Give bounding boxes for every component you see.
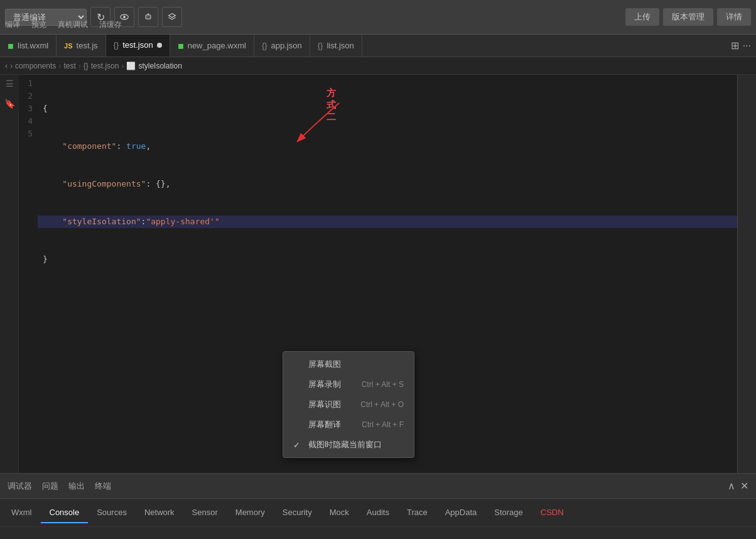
left-gutter: ☰ 🔖 xyxy=(0,75,19,111)
json-icon: {} xyxy=(262,41,267,50)
ctx-ocr[interactable]: 屏幕识图 Ctrl + Alt + O xyxy=(283,395,414,415)
toolbar-labels: 编译 预览 真机调试 清缓存 xyxy=(5,19,122,30)
ctx-record[interactable]: 屏幕录制 Ctrl + Alt + S xyxy=(283,374,414,395)
code-line-5: } xyxy=(38,253,737,266)
bc-icon: ⬜ xyxy=(126,62,136,70)
layers-button[interactable] xyxy=(162,7,182,27)
svg-point-6 xyxy=(148,13,149,14)
tab-app-json[interactable]: {} app.json xyxy=(254,35,310,57)
tab-new-page-wxml[interactable]: ◼ new_page.wxml xyxy=(170,35,254,57)
ctx-hide-window[interactable]: ✓ 截图时隐藏当前窗口 xyxy=(283,435,414,455)
preview-label[interactable]: 预览 xyxy=(31,19,46,30)
tab-label: app.json xyxy=(271,41,302,50)
bc-test: test xyxy=(63,62,75,70)
tab-label: list.json xyxy=(327,41,354,50)
compile-label[interactable]: 编译 xyxy=(5,19,20,30)
bc-components: components xyxy=(15,62,56,70)
layers-icon xyxy=(168,11,176,23)
upload-button[interactable]: 上传 xyxy=(625,8,659,26)
more-tabs-button[interactable]: ··· xyxy=(743,40,751,52)
json-icon: {} xyxy=(114,40,119,50)
main-area: ☰ 🔖 1 2 3 4 5 { "component": true, "usin… xyxy=(0,75,756,501)
split-layout-button[interactable]: ⊞ xyxy=(731,40,739,52)
code-line-3: "usingComponents": {}, xyxy=(38,178,737,190)
tab-test-json[interactable]: {} test.json xyxy=(106,35,170,57)
bc-json-icon: {} xyxy=(84,62,89,70)
robot-button[interactable] xyxy=(138,7,158,27)
tab-test-js[interactable]: JS test.js xyxy=(57,35,105,57)
debug-tabs: Wxml Console Sources Network Sensor Memo… xyxy=(0,499,756,527)
code-line-4: "styleIsolation":"apply-shared'" xyxy=(38,215,737,228)
editor-wrapper: 1 2 3 4 5 { "component": true, "usingCom… xyxy=(19,75,737,501)
tab-memory[interactable]: Memory xyxy=(227,503,274,523)
tab-csdn[interactable]: CSDN xyxy=(532,503,573,523)
left-sidebar: ☰ 🔖 xyxy=(0,75,19,501)
top-toolbar: 普通编译 ↻ 编译 预览 真机调试 xyxy=(0,0,756,35)
code-line-1: { xyxy=(38,102,737,115)
tab-list-json[interactable]: {} list.json xyxy=(310,35,362,57)
bc-styleIsolation: styleIsolation xyxy=(138,62,181,70)
bookmark-button[interactable]: 🔖 xyxy=(2,96,18,111)
ctx-translate[interactable]: 屏幕翻译 Ctrl + Alt + F xyxy=(283,415,414,435)
code-editor[interactable]: 1 2 3 4 5 { "component": true, "usingCom… xyxy=(19,75,737,501)
toolbar-right: 上传 版本管理 详情 xyxy=(625,8,751,26)
tab-label: test.json xyxy=(122,40,153,50)
output-item[interactable]: 输出 xyxy=(68,481,85,492)
tab-sources[interactable]: Sources xyxy=(88,503,136,523)
context-menu: 屏幕截图 屏幕录制 Ctrl + Alt + S 屏幕识图 Ctrl + Alt… xyxy=(283,351,414,458)
clear-cache-label[interactable]: 清缓存 xyxy=(99,19,122,30)
tab-list-wxml[interactable]: ◼ list.wxml xyxy=(0,35,57,57)
bc-test-json: test.json xyxy=(91,62,119,70)
tab-wxml[interactable]: Wxml xyxy=(3,503,41,523)
bc-left-arrow[interactable]: ‹ xyxy=(5,62,8,70)
js-icon: JS xyxy=(64,42,72,50)
debug-panel: 调试器 问题 输出 终端 ∧ ✕ Wxml Console Sources Ne… xyxy=(0,473,756,539)
tabs-bar: ◼ list.wxml JS test.js {} test.json ◼ ne… xyxy=(0,35,756,57)
modified-dot xyxy=(157,43,162,48)
collapse-all-button[interactable]: ☰ xyxy=(3,76,16,91)
ctx-screenshot[interactable]: 屏幕截图 xyxy=(283,354,414,374)
tab-storage[interactable]: Storage xyxy=(485,503,532,523)
real-debug-label[interactable]: 真机调试 xyxy=(58,19,88,30)
tab-label: new_page.wxml xyxy=(188,41,246,50)
svg-rect-2 xyxy=(146,15,151,19)
problems-item[interactable]: 问题 xyxy=(42,481,58,492)
svg-marker-7 xyxy=(169,14,176,18)
breadcrumb: ‹ › components › test › {} test.json › ⬜… xyxy=(0,57,756,75)
bc-right-arrow[interactable]: › xyxy=(10,62,13,70)
debugger-item[interactable]: 调试器 xyxy=(8,481,32,492)
svg-point-1 xyxy=(123,16,126,18)
tab-label: list.wxml xyxy=(18,41,48,50)
code-line-2: "component": true, xyxy=(38,140,737,153)
tab-audits[interactable]: Audits xyxy=(358,503,398,523)
tab-sensor[interactable]: Sensor xyxy=(183,503,227,523)
collapse-debug-button[interactable]: ∧ xyxy=(728,480,735,492)
tab-security[interactable]: Security xyxy=(274,503,321,523)
debug-toolbar: 调试器 问题 输出 终端 ∧ ✕ xyxy=(0,474,756,499)
json-icon: {} xyxy=(318,41,323,50)
wxml-icon: ◼ xyxy=(178,41,184,50)
tab-appdata[interactable]: AppData xyxy=(436,503,486,523)
robot-icon xyxy=(144,11,153,23)
tabs-right: ⊞ ··· xyxy=(726,35,756,57)
right-panel xyxy=(737,75,756,501)
terminal-item[interactable]: 终端 xyxy=(95,481,111,492)
wxml-icon: ◼ xyxy=(8,41,14,50)
version-button[interactable]: 版本管理 xyxy=(663,8,713,26)
line-numbers: 1 2 3 4 5 xyxy=(19,75,38,501)
tab-mock[interactable]: Mock xyxy=(321,503,358,523)
close-debug-button[interactable]: ✕ xyxy=(740,480,748,492)
details-button[interactable]: 详情 xyxy=(717,8,751,26)
svg-point-3 xyxy=(147,16,148,18)
tab-network[interactable]: Network xyxy=(136,503,183,523)
tab-trace[interactable]: Trace xyxy=(398,503,436,523)
tab-console[interactable]: Console xyxy=(41,503,89,523)
debug-toolbar-right: ∧ ✕ xyxy=(728,480,748,492)
tab-label: test.js xyxy=(77,41,98,50)
svg-point-4 xyxy=(149,16,150,18)
